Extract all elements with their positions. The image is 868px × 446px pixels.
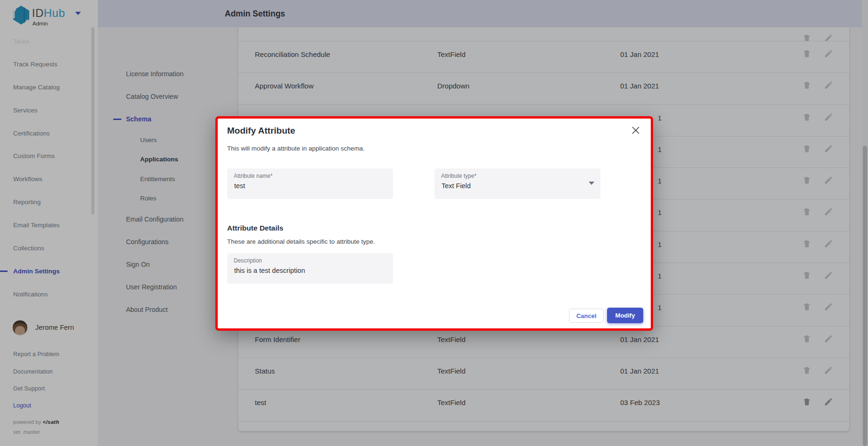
modal-subtitle: This will modify a attribute in applicat… [227, 145, 365, 152]
attribute-type-value: Text Field [442, 182, 471, 190]
app-screen: Admin Settings Tasks Track Requests Mana… [0, 0, 868, 446]
attribute-type-label: Attribute type* [441, 173, 476, 179]
attribute-name-value: test [234, 182, 245, 190]
attribute-name-field[interactable]: Attribute name* test [227, 168, 393, 199]
close-icon[interactable] [631, 125, 641, 135]
attribute-details-caption: These are additional details specific to… [227, 238, 375, 245]
description-label: Description [234, 257, 262, 264]
modify-button[interactable]: Modify [607, 308, 643, 323]
modal-title: Modify Attribute [227, 126, 295, 136]
dropdown-caret-icon [589, 182, 594, 185]
attribute-type-select[interactable]: Attribute type* Text Field [434, 168, 600, 199]
cancel-button[interactable]: Cancel [569, 309, 604, 323]
modify-attribute-modal: Modify Attribute This will modify a attr… [215, 116, 653, 331]
attribute-name-label: Attribute name* [234, 173, 273, 179]
description-field[interactable]: Description this is a test description [227, 253, 393, 284]
description-value: this is a test description [234, 267, 305, 274]
attribute-details-heading: Attribute Details [227, 224, 284, 232]
